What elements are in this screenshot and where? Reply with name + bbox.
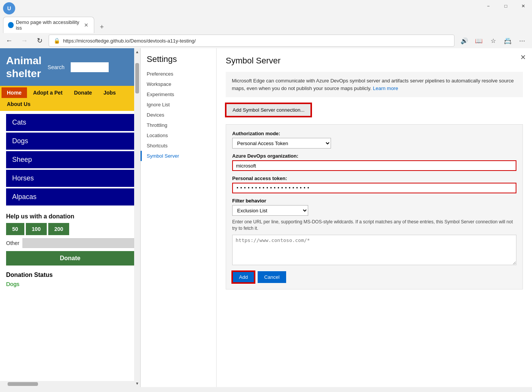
- amount-50-button[interactable]: 50: [6, 223, 24, 235]
- address-text: https://microsoftedge.github.io/Demos/de…: [63, 38, 196, 44]
- search-input[interactable]: [71, 62, 109, 72]
- settings-title: Settings: [141, 54, 216, 69]
- other-input-row: Other: [6, 238, 134, 248]
- devtools-inner: Settings Preferences Workspace Experimen…: [141, 48, 532, 387]
- animal-dogs[interactable]: Dogs: [6, 133, 134, 150]
- animal-horses[interactable]: Horses: [6, 170, 134, 187]
- pat-label: Personal access token:: [232, 175, 516, 181]
- vertical-scrollbar[interactable]: ▲ ▼: [134, 48, 140, 387]
- search-label: Search: [48, 64, 64, 70]
- donation-amounts: 50 100 200: [6, 223, 134, 235]
- other-label: Other: [6, 240, 19, 246]
- back-button[interactable]: ←: [3, 35, 15, 47]
- nav-jobs-button[interactable]: Jobs: [98, 87, 121, 98]
- add-button[interactable]: Add: [232, 271, 255, 283]
- form-actions: Add Cancel: [232, 271, 516, 283]
- favorites-button[interactable]: ☆: [486, 35, 500, 47]
- cancel-button[interactable]: Cancel: [258, 271, 286, 283]
- nav-donate-button[interactable]: Donate: [69, 87, 97, 98]
- symbol-server-content: ✕ Symbol Server Microsoft Edge can commu…: [217, 48, 532, 387]
- animal-sheep[interactable]: Sheep: [6, 151, 134, 168]
- toolbar-right: 🔊 📖 ☆ 📇 ⋯: [458, 35, 529, 47]
- settings-item-symbol-server[interactable]: Symbol Server: [141, 151, 216, 161]
- maximize-button[interactable]: □: [497, 0, 515, 12]
- azure-org-group: Azure DevOps organization:: [232, 153, 516, 171]
- amount-100-button[interactable]: 100: [26, 223, 47, 235]
- scroll-down-arrow[interactable]: ▼: [134, 380, 141, 387]
- settings-item-preferences[interactable]: Preferences: [141, 69, 216, 79]
- symbol-server-info: Microsoft Edge can communicate with Azur…: [226, 72, 523, 97]
- other-amount-input[interactable]: [22, 238, 134, 248]
- amount-200-button[interactable]: 200: [48, 223, 69, 235]
- refresh-button[interactable]: ↻: [33, 35, 46, 47]
- nav-adopt-button[interactable]: Adopt a Pet: [28, 87, 68, 98]
- immersive-reader-button[interactable]: 📖: [472, 35, 486, 47]
- website-panel: Animal shelter Search Home Adopt a Pet D…: [0, 48, 141, 387]
- animals-list: Cats Dogs Sheep Horses Alpacas: [0, 111, 140, 210]
- settings-item-locations[interactable]: Locations: [141, 130, 216, 141]
- animal-cats[interactable]: Cats: [6, 114, 134, 131]
- symbol-server-title: Symbol Server: [226, 56, 523, 66]
- browser-chrome: U − □ ✕ Demo page with accessibility iss…: [0, 0, 532, 48]
- add-connection-button[interactable]: Add Symbol Server connection...: [226, 103, 311, 117]
- panel-close-button[interactable]: ✕: [518, 53, 527, 62]
- tab-favicon: [8, 22, 14, 28]
- donate-button[interactable]: Donate: [6, 251, 134, 266]
- new-tab-button[interactable]: +: [96, 21, 108, 33]
- scroll-thumb[interactable]: [135, 63, 139, 93]
- minimize-button[interactable]: −: [480, 0, 497, 12]
- filter-textarea[interactable]: [232, 235, 516, 265]
- site-nav: Home Adopt a Pet Donate Jobs About Us: [0, 86, 140, 111]
- auth-mode-label: Authorization mode:: [232, 131, 516, 136]
- filter-help-text: Enter one URL per line, supporting MS-DO…: [232, 219, 516, 232]
- donation-status-dogs: Dogs: [6, 281, 134, 287]
- forward-button: →: [18, 35, 30, 47]
- address-bar-row: ← → ↻ 🔒 https://microsoftedge.github.io/…: [0, 33, 532, 48]
- donation-section: Help us with a donation 50 100 200 Other…: [0, 210, 140, 269]
- settings-item-throttling[interactable]: Throttling: [141, 120, 216, 130]
- close-button[interactable]: ✕: [515, 0, 532, 12]
- settings-sidebar: Settings Preferences Workspace Experimen…: [141, 48, 217, 387]
- browser-tab[interactable]: Demo page with accessibility iss ✕: [3, 17, 94, 33]
- tab-close-button[interactable]: ✕: [83, 22, 89, 28]
- azure-org-label: Azure DevOps organization:: [232, 153, 516, 159]
- horizontal-scrollbar[interactable]: [0, 381, 134, 387]
- settings-item-experiments[interactable]: Experiments: [141, 89, 216, 100]
- auth-mode-group: Authorization mode: Personal Access Toke…: [232, 131, 516, 149]
- devtools-panel: Settings Preferences Workspace Experimen…: [141, 48, 532, 387]
- browser-content: Animal shelter Search Home Adopt a Pet D…: [0, 48, 532, 387]
- more-button[interactable]: ⋯: [515, 35, 529, 47]
- title-bar: U − □ ✕: [0, 0, 532, 17]
- nav-about-button[interactable]: About Us: [2, 99, 36, 109]
- learn-more-link[interactable]: Learn more: [373, 85, 398, 91]
- tabs-row: Demo page with accessibility iss ✕ +: [0, 17, 532, 33]
- site-logo: Animal shelter: [6, 54, 41, 80]
- settings-item-shortcuts[interactable]: Shortcuts: [141, 141, 216, 151]
- settings-item-workspace[interactable]: Workspace: [141, 79, 216, 89]
- site-header: Animal shelter Search: [0, 48, 140, 86]
- read-aloud-button[interactable]: 🔊: [458, 35, 471, 47]
- profile-avatar[interactable]: U: [3, 2, 15, 14]
- donation-status: Donation Status Dogs: [0, 269, 140, 290]
- pat-group: Personal access token:: [232, 175, 516, 193]
- auth-mode-select[interactable]: Personal Access Token OAuth: [232, 138, 331, 149]
- address-bar[interactable]: 🔒 https://microsoftedge.github.io/Demos/…: [49, 35, 454, 47]
- azure-org-input[interactable]: [232, 160, 516, 171]
- connection-form: Authorization mode: Personal Access Toke…: [226, 124, 523, 289]
- collections-button[interactable]: 📇: [501, 35, 515, 47]
- tab-title: Demo page with accessibility iss: [16, 19, 81, 31]
- hscroll-thumb[interactable]: [8, 382, 38, 386]
- donation-title: Help us with a donation: [6, 213, 134, 220]
- settings-item-devices[interactable]: Devices: [141, 110, 216, 120]
- scroll-up-arrow[interactable]: ▲: [134, 48, 141, 55]
- filter-section: Filter behavior Exclusion List Inclusion…: [232, 198, 516, 267]
- nav-home-button[interactable]: Home: [2, 87, 27, 98]
- animal-alpacas[interactable]: Alpacas: [6, 188, 134, 205]
- filter-label: Filter behavior: [232, 198, 516, 204]
- pat-input[interactable]: [232, 183, 516, 193]
- filter-select[interactable]: Exclusion List Inclusion List: [232, 205, 308, 216]
- settings-item-ignore-list[interactable]: Ignore List: [141, 100, 216, 110]
- donation-status-title: Donation Status: [6, 272, 134, 278]
